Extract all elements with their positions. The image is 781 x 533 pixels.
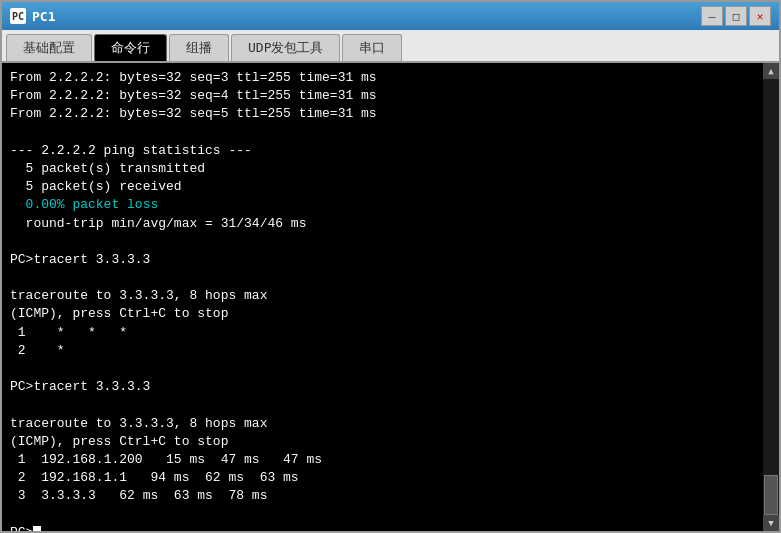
window-controls: — □ ✕ — [701, 6, 771, 26]
tab-udp-tool[interactable]: UDP发包工具 — [231, 34, 340, 61]
terminal-output[interactable]: From 2.2.2.2: bytes=32 seq=3 ttl=255 tim… — [2, 63, 779, 531]
tab-bar: 基础配置 命令行 组播 UDP发包工具 串口 — [2, 30, 779, 63]
title-bar: PC PC1 — □ ✕ — [2, 2, 779, 30]
scroll-track[interactable] — [763, 79, 779, 515]
terminal-cursor — [33, 526, 41, 531]
minimize-button[interactable]: — — [701, 6, 723, 26]
scroll-up-button[interactable]: ▲ — [763, 63, 779, 79]
scrollbar[interactable]: ▲ ▼ — [763, 63, 779, 531]
scroll-thumb[interactable] — [764, 475, 778, 515]
terminal-container[interactable]: From 2.2.2.2: bytes=32 seq=3 ttl=255 tim… — [2, 63, 779, 531]
tab-command-line[interactable]: 命令行 — [94, 34, 167, 61]
main-window: PC PC1 — □ ✕ 基础配置 命令行 组播 UDP发包工具 串口 From… — [0, 0, 781, 533]
terminal-text: From 2.2.2.2: bytes=32 seq=3 ttl=255 tim… — [10, 69, 771, 531]
scroll-down-button[interactable]: ▼ — [763, 515, 779, 531]
window-icon: PC — [10, 8, 26, 24]
tab-multicast[interactable]: 组播 — [169, 34, 229, 61]
close-button[interactable]: ✕ — [749, 6, 771, 26]
tab-serial[interactable]: 串口 — [342, 34, 402, 61]
title-bar-left: PC PC1 — [10, 8, 55, 24]
maximize-button[interactable]: □ — [725, 6, 747, 26]
window-title: PC1 — [32, 9, 55, 24]
tab-basic-config[interactable]: 基础配置 — [6, 34, 92, 61]
